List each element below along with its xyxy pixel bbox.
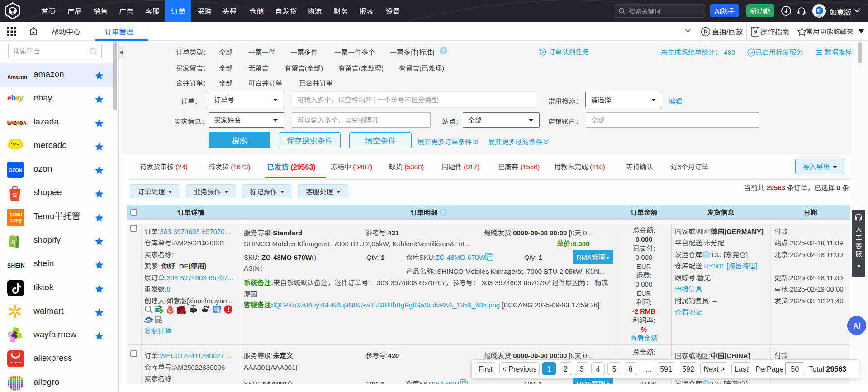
svg-text:AliExpress: AliExpress	[10, 361, 22, 364]
svg-text:S: S	[12, 238, 16, 246]
svg-text:S: S	[169, 308, 172, 313]
svg-text:S: S	[13, 190, 17, 199]
svg-text:ECCANG: ECCANG	[816, 15, 823, 17]
